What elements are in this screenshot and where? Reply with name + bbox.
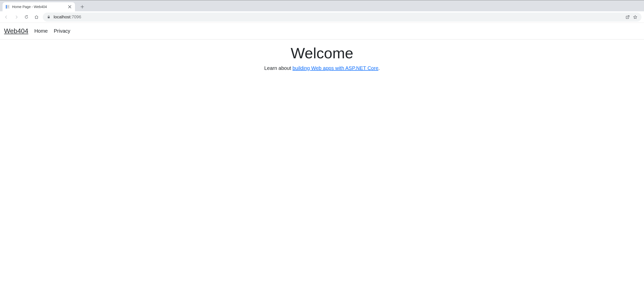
url-port: :7096 (70, 15, 81, 19)
hero-lead: Learn about building Web apps with ASP.N… (0, 65, 644, 71)
bookmark-star-icon[interactable] (633, 15, 637, 19)
hero-lead-link[interactable]: building Web apps with ASP.NET Core (292, 65, 378, 71)
page-favicon-icon (6, 5, 10, 9)
url-host: localhost (54, 15, 70, 19)
svg-rect-0 (6, 5, 7, 9)
web-page: Web404 Home Privacy Welcome Learn about … (0, 23, 644, 71)
browser-tab[interactable]: Home Page - Web404 (3, 2, 75, 11)
share-icon[interactable] (625, 15, 630, 19)
tab-strip: Home Page - Web404 (0, 0, 644, 11)
back-button[interactable] (3, 13, 10, 21)
svg-rect-1 (7, 5, 9, 9)
browser-chrome: Home Page - Web404 localhost:7096 (0, 0, 644, 23)
address-bar[interactable]: localhost:7096 (43, 13, 641, 22)
home-button[interactable] (33, 13, 40, 21)
hero-section: Welcome Learn about building Web apps wi… (0, 39, 644, 71)
reload-button[interactable] (23, 13, 30, 21)
forward-button[interactable] (13, 13, 20, 21)
lock-icon (47, 15, 51, 19)
new-tab-button[interactable] (79, 3, 86, 11)
hero-lead-suffix: . (378, 65, 380, 71)
url-text: localhost:7096 (54, 15, 81, 20)
browser-toolbar: localhost:7096 (0, 11, 644, 23)
site-navbar: Web404 Home Privacy (0, 23, 644, 39)
svg-rect-5 (48, 17, 50, 18)
tab-close-button[interactable] (67, 5, 72, 9)
hero-heading: Welcome (0, 44, 644, 62)
tab-title: Home Page - Web404 (12, 5, 67, 9)
nav-link-privacy[interactable]: Privacy (54, 28, 70, 34)
hero-lead-prefix: Learn about (264, 65, 292, 71)
brand-link[interactable]: Web404 (4, 27, 28, 35)
nav-link-home[interactable]: Home (34, 28, 48, 34)
